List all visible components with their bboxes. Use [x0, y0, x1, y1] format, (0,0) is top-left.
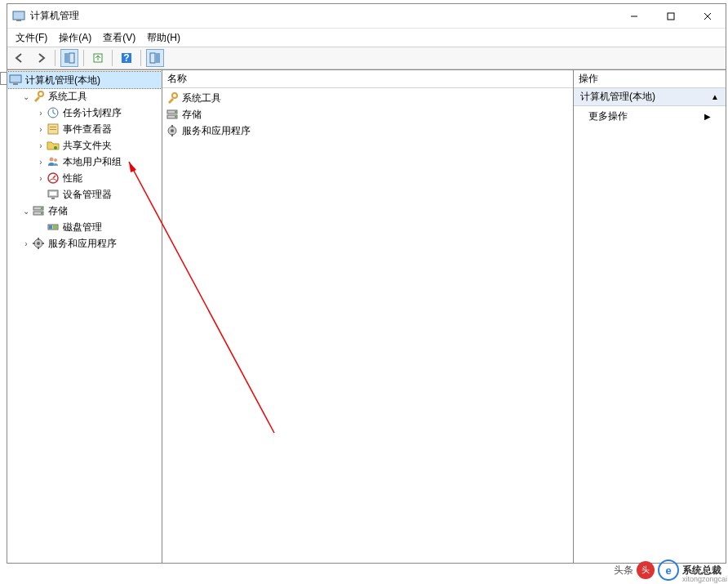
menu-view[interactable]: 查看(V) [98, 29, 140, 47]
close-button[interactable] [689, 4, 726, 28]
watermark: 头条 头 e 系统总裁 xitongzongcai [614, 559, 721, 581]
svg-point-45 [175, 116, 176, 118]
expand-icon[interactable]: › [35, 174, 47, 183]
tree-root-label: 计算机管理(本地) [25, 74, 100, 87]
tree-device-manager-label: 设备管理器 [63, 188, 112, 202]
left-edge-stub [0, 72, 7, 85]
collapse-icon[interactable]: ⌄ [20, 207, 32, 216]
svg-point-36 [37, 242, 40, 245]
actions-pane: 操作 计算机管理(本地) ▲ 更多操作 ▶ [574, 70, 726, 563]
tree-event-viewer[interactable]: › 事件查看器 [7, 121, 162, 137]
tree-storage[interactable]: ⌄ 存储 [7, 203, 162, 219]
maximize-button[interactable] [652, 4, 689, 28]
svg-rect-18 [50, 127, 56, 127]
forward-button[interactable] [32, 49, 50, 67]
svg-rect-7 [69, 53, 74, 63]
tools-icon [166, 91, 179, 105]
tree-local-users-label: 本地用户和组 [63, 155, 122, 169]
svg-rect-39 [33, 243, 35, 244]
list-item[interactable]: 系统工具 [166, 90, 570, 106]
tree-device-manager[interactable]: 设备管理器 [7, 186, 162, 203]
list-item[interactable]: 服务和应用程序 [166, 123, 570, 139]
window-title: 计算机管理 [30, 9, 615, 23]
menu-help[interactable]: 帮助(H) [142, 29, 185, 47]
window-controls [615, 4, 726, 28]
show-hide-actions-button[interactable] [146, 49, 164, 67]
help-button[interactable]: ? [118, 49, 135, 67]
tree-services-apps-label: 服务和应用程序 [48, 237, 117, 251]
tree-task-scheduler-label: 任务计划程序 [63, 106, 122, 120]
svg-rect-26 [50, 192, 56, 195]
svg-point-41 [172, 93, 177, 98]
actions-header: 操作 [574, 70, 726, 88]
expand-icon[interactable]: › [35, 158, 47, 167]
tree-performance[interactable]: › 性能 [7, 170, 162, 186]
svg-point-22 [54, 158, 57, 162]
svg-rect-1 [16, 20, 21, 21]
menu-action[interactable]: 操作(A) [54, 29, 96, 47]
svg-rect-0 [13, 11, 24, 20]
svg-point-30 [41, 207, 42, 209]
tree-pane[interactable]: 计算机管理(本地) ⌄ 系统工具 › 任务计划程序 › 事件查看器 › 共享文件… [7, 70, 162, 563]
svg-rect-37 [38, 238, 39, 240]
actions-more[interactable]: 更多操作 ▶ [574, 106, 726, 126]
tree-shared-folders-label: 共享文件夹 [63, 139, 112, 153]
tree-disk-management-label: 磁盘管理 [63, 221, 102, 234]
list-item-label: 服务和应用程序 [182, 124, 251, 138]
svg-point-44 [175, 111, 176, 113]
list-header[interactable]: 名称 [162, 70, 573, 88]
expand-icon[interactable]: › [35, 125, 47, 134]
main-window: 计算机管理 文件(F) 操作(A) 查看(V) 帮助(H) ? 计算机管理(本地… [7, 3, 726, 564]
svg-text:?: ? [123, 52, 129, 64]
tree-root[interactable]: 计算机管理(本地) [7, 72, 162, 88]
svg-rect-40 [42, 243, 44, 244]
list-body[interactable]: 系统工具 存储 服务和应用程序 [162, 88, 573, 563]
svg-point-15 [38, 91, 43, 96]
svg-rect-34 [53, 225, 57, 229]
tree-local-users[interactable]: › 本地用户和组 [7, 154, 162, 170]
svg-rect-33 [49, 225, 52, 229]
storage-icon [166, 108, 179, 121]
show-hide-tree-button[interactable] [60, 49, 78, 67]
menubar: 文件(F) 操作(A) 查看(V) 帮助(H) [7, 29, 726, 47]
list-item-label: 存储 [182, 108, 202, 122]
tree-shared-folders[interactable]: › 共享文件夹 [7, 137, 162, 154]
tree-task-scheduler[interactable]: › 任务计划程序 [7, 105, 162, 121]
svg-rect-12 [156, 53, 160, 63]
svg-point-47 [171, 129, 174, 132]
toolbar: ? [7, 47, 726, 69]
svg-rect-11 [150, 53, 155, 63]
tree-disk-management[interactable]: 磁盘管理 [7, 219, 162, 235]
services-icon [32, 237, 45, 250]
performance-icon [47, 172, 60, 185]
submenu-arrow-icon: ▶ [704, 112, 711, 121]
expand-icon[interactable]: › [20, 239, 32, 248]
list-header-name: 名称 [167, 72, 187, 86]
svg-point-20 [54, 146, 57, 149]
list-item-label: 系统工具 [182, 91, 221, 105]
watermark-sub: xitongzongcai [682, 575, 727, 583]
list-pane: 名称 系统工具 存储 服务和应用程序 [162, 70, 574, 563]
app-icon [12, 10, 25, 23]
svg-rect-48 [171, 125, 173, 127]
export-button[interactable] [89, 49, 107, 67]
back-button[interactable] [11, 49, 29, 67]
expand-icon[interactable]: › [35, 109, 47, 118]
svg-rect-3 [668, 13, 674, 20]
tree-services-apps[interactable]: › 服务和应用程序 [7, 235, 162, 252]
services-icon [166, 124, 179, 137]
svg-point-31 [41, 212, 42, 214]
folder-share-icon [47, 139, 60, 152]
list-item[interactable]: 存储 [166, 106, 570, 123]
actions-group[interactable]: 计算机管理(本地) ▲ [574, 88, 726, 106]
tree-system-tools-label: 系统工具 [48, 90, 87, 104]
tree-system-tools[interactable]: ⌄ 系统工具 [7, 88, 162, 105]
users-icon [47, 155, 60, 168]
watermark-logo-icon: e [658, 559, 679, 581]
clock-icon [47, 106, 60, 119]
menu-file[interactable]: 文件(F) [11, 29, 52, 47]
minimize-button[interactable] [615, 4, 652, 28]
expand-icon[interactable]: › [35, 141, 47, 150]
svg-rect-13 [10, 75, 21, 82]
collapse-icon[interactable]: ⌄ [20, 92, 32, 101]
